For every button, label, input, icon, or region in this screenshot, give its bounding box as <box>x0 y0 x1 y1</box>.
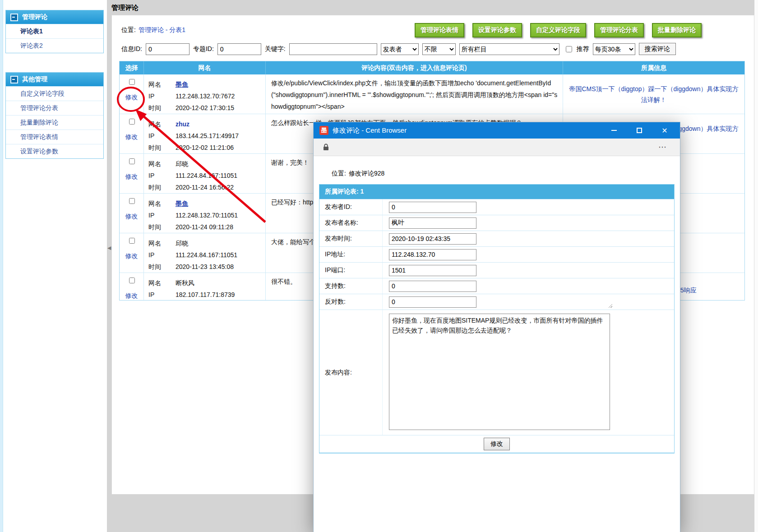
comment-time: 2020-11-24 16:56:22 <box>176 184 234 191</box>
toolbar-button-管理评论表情[interactable]: 管理评论表情 <box>415 23 464 37</box>
form-field-label: IP端口: <box>319 263 383 278</box>
form-row: 发布者名称: <box>319 215 674 231</box>
comment-ip: 111.224.84.167:11051 <box>176 172 237 179</box>
popup-breadcrumb: 位置:修改评论928 <box>332 170 384 178</box>
row-field-label: IP <box>148 209 169 221</box>
row-field-label: 网名 <box>148 79 169 90</box>
form-field-input-5[interactable] <box>389 281 476 292</box>
commenter-name[interactable]: 墨鱼 <box>176 81 188 88</box>
form-field-label: IP地址: <box>319 247 383 262</box>
row-field-label: IP <box>148 289 169 300</box>
row-name-cell: 网名邱晓IP111.224.84.167:11051时间2020-11-24 1… <box>144 154 266 193</box>
filter-select-1[interactable]: 不限 <box>422 43 456 55</box>
row-checkbox[interactable] <box>129 278 135 283</box>
commenter-name[interactable]: zhuz <box>176 120 190 128</box>
commenter-name[interactable]: 墨鱼 <box>176 200 188 207</box>
edit-comment-link[interactable]: 修改 <box>120 133 143 141</box>
toolbar-button-自定义评论字段[interactable]: 自定义评论字段 <box>530 23 586 37</box>
popup-body: 位置:修改评论928 所属评论表: 1 发布者ID:发布者名称:发布时间:IP地… <box>314 156 680 532</box>
row-field-label: IP <box>148 249 169 261</box>
sidebar-item-评论表1[interactable]: 评论表1 <box>6 24 103 38</box>
related-info-link[interactable]: 帝国CMS顶一下（diggtop）踩一下（diggdown）具体实现方法详解！ <box>568 83 740 105</box>
search-comments-button[interactable]: 搜索评论 <box>639 43 676 55</box>
edit-comment-link[interactable]: 修改 <box>120 252 143 260</box>
sidebar-group-header[interactable]: 其他管理 <box>6 73 103 86</box>
name-cell-line: 网名邱晓 <box>148 158 265 170</box>
edit-comment-link[interactable]: 修改 <box>120 93 143 102</box>
breadcrumb-label: 位置: <box>121 26 136 33</box>
row-name-cell: 网名断秋风IP182.107.117.71:8739时间 <box>144 273 266 300</box>
maximize-icon[interactable] <box>627 122 652 139</box>
edit-comment-link[interactable]: 修改 <box>120 213 143 221</box>
name-cell-line: 网名墨鱼 <box>148 198 265 209</box>
filter-label: 关键字: <box>265 45 286 53</box>
sidebar-item-自定义评论字段[interactable]: 自定义评论字段 <box>6 86 103 101</box>
comment-time: 2020-11-23 13:45:08 <box>176 263 234 270</box>
row-checkbox[interactable] <box>129 198 135 204</box>
commenter-name: 邱晓 <box>176 240 188 247</box>
toolbar-button-设置评论参数[interactable]: 设置评论参数 <box>472 23 522 37</box>
edit-comment-link[interactable]: 修改 <box>120 292 143 300</box>
filter-select-0[interactable]: 发表者 <box>381 43 419 55</box>
filter-input-1[interactable] <box>217 43 261 55</box>
page-title: 管理评论 <box>111 4 139 12</box>
more-options-icon[interactable] <box>658 142 666 152</box>
breadcrumb-link[interactable]: 管理评论 - 分表1 <box>139 26 185 33</box>
comment-content-textarea[interactable]: 你好墨鱼，现在百度地图SITEMAP规则已经改变，市面所有针对帝国的插件已经失效… <box>389 314 610 430</box>
row-name-cell: 网名zhuzIP183.144.25.171:49917时间2020-12-02… <box>144 114 266 153</box>
row-name-cell: 网名墨鱼IP112.248.132.70:7672时间2020-12-02 17… <box>144 74 266 114</box>
toolbar-button-管理评论分表[interactable]: 管理评论分表 <box>594 23 644 37</box>
recommend-checkbox[interactable] <box>566 46 572 52</box>
row-field-label: 网名 <box>148 118 169 130</box>
form-field-input-4[interactable] <box>389 265 476 276</box>
popup-titlebar[interactable]: 墨 修改评论 - Cent Browser <box>314 122 680 139</box>
pagesize-select[interactable]: 每页30条 <box>593 43 635 55</box>
minimize-icon[interactable] <box>601 122 627 139</box>
row-field-label: 网名 <box>148 237 169 249</box>
form-field-label: 发布者名称: <box>319 215 383 231</box>
row-checkbox[interactable] <box>129 238 135 244</box>
filter-input-2[interactable] <box>289 43 377 55</box>
comment-ip: 111.224.84.167:11051 <box>176 251 237 259</box>
name-cell-line: 时间2020-11-24 09:11:28 <box>148 221 265 233</box>
comment-content-cell[interactable]: 修改/e/public/ViewClick/index.php文件，输出顶变量的… <box>266 74 563 114</box>
form-row: IP地址: <box>319 246 674 262</box>
edit-comment-link[interactable]: 修改 <box>120 173 143 181</box>
sidebar: 管理评论评论表1评论表2其他管理自定义评论字段管理评论分表批量删除评论管理评论表… <box>0 0 107 532</box>
name-cell-line: IP182.107.117.71:8739 <box>148 289 265 300</box>
sidebar-item-管理评论表情[interactable]: 管理评论表情 <box>6 130 103 144</box>
submit-edit-button[interactable]: 修改 <box>484 438 510 450</box>
form-field-input-0[interactable] <box>389 202 476 213</box>
row-field-label: IP <box>148 90 169 102</box>
row-select-cell: 修改 <box>120 74 144 114</box>
filter-select-2[interactable]: 所有栏目 <box>459 43 559 55</box>
form-row: 反对数: <box>319 294 674 310</box>
form-field-input-1[interactable] <box>389 217 476 229</box>
content-field-label: 发布内容: <box>319 310 383 435</box>
page-scrollbar-track[interactable] <box>754 0 758 532</box>
sidebar-item-设置评论参数[interactable]: 设置评论参数 <box>6 144 103 158</box>
sidebar-item-评论表2[interactable]: 评论表2 <box>6 38 103 53</box>
close-icon[interactable] <box>652 122 677 139</box>
collapse-box-icon <box>10 76 18 83</box>
recommend-label: 推荐 <box>577 45 589 53</box>
sidebar-item-管理评论分表[interactable]: 管理评论分表 <box>6 101 103 115</box>
toolbar-button-批量删除评论[interactable]: 批量删除评论 <box>652 23 702 37</box>
name-cell-line: 时间2020-11-23 13:45:08 <box>148 261 265 273</box>
row-checkbox[interactable] <box>129 79 135 85</box>
sidebar-group-header[interactable]: 管理评论 <box>6 10 103 24</box>
form-row: 发布者ID: <box>319 199 674 215</box>
browser-favicon-icon: 墨 <box>319 126 328 135</box>
form-field-input-2[interactable] <box>389 233 476 245</box>
toolbar: 管理评论表情设置评论参数自定义评论字段管理评论分表批量删除评论 <box>415 23 702 37</box>
filter-input-0[interactable] <box>146 43 190 55</box>
row-checkbox[interactable] <box>129 119 135 125</box>
column-header-select: 选择 <box>120 61 144 74</box>
row-checkbox[interactable] <box>129 158 135 164</box>
form-field-input-6[interactable] <box>389 296 476 308</box>
form-field-input-3[interactable] <box>389 249 476 260</box>
sidebar-item-批量删除评论[interactable]: 批量删除评论 <box>6 115 103 130</box>
screen: 管理评论评论表1评论表2其他管理自定义评论字段管理评论分表批量删除评论管理评论表… <box>0 0 758 532</box>
row-select-cell: 修改 <box>120 194 144 233</box>
form-row-submit: 修改 <box>319 435 674 453</box>
